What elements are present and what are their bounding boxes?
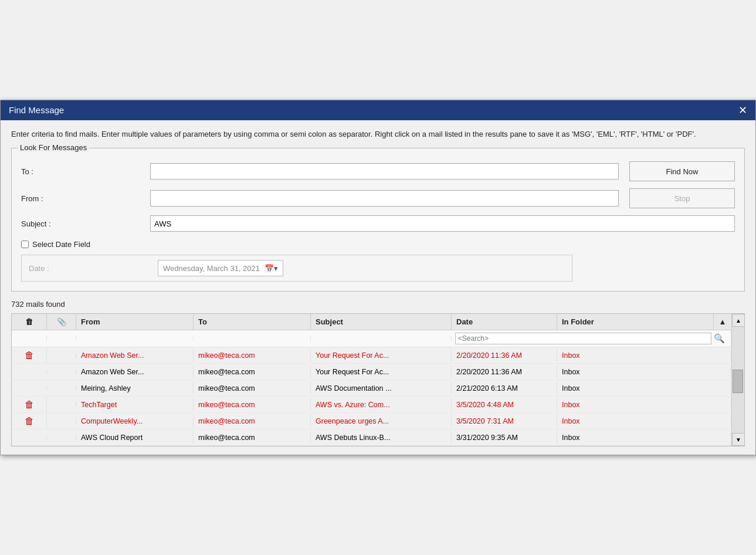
row-delete-4[interactable]: 🗑 xyxy=(12,414,47,429)
from-input[interactable] xyxy=(150,190,619,207)
date-checkbox[interactable] xyxy=(21,241,29,248)
row-date-0: 2/20/2020 11:36 AM xyxy=(452,349,557,362)
row-subject-5: AWS Debuts Linux-B... xyxy=(311,431,452,444)
row-infolder-5: Inbox xyxy=(557,431,731,444)
row-attach-3 xyxy=(47,402,76,407)
search-date-cell: 🔍 xyxy=(452,330,731,347)
row-infolder-2: Inbox xyxy=(557,382,731,395)
search-subject-cell xyxy=(311,336,452,341)
subject-label: Subject : xyxy=(21,219,150,228)
row-to-1: mikeo@teca.com xyxy=(194,366,311,378)
scroll-up-button[interactable]: ▲ xyxy=(732,314,745,327)
row-attach-2 xyxy=(47,386,76,391)
find-message-dialog: Find Message ✕ Enter criteria to find ma… xyxy=(0,100,756,456)
search-to-cell xyxy=(194,336,311,341)
row-to-4: mikeo@teca.com xyxy=(194,415,311,428)
row-delete-3[interactable]: 🗑 xyxy=(12,397,47,412)
row-from-2: Meiring, Ashley xyxy=(76,382,194,395)
col-attach-icon: 📎 xyxy=(47,314,76,330)
trash-icon[interactable]: 🗑 xyxy=(25,350,34,360)
row-date-1: 2/20/2020 11:36 AM xyxy=(452,366,557,378)
date-label: Date : xyxy=(29,264,158,273)
to-input[interactable] xyxy=(150,163,619,180)
row-delete-1 xyxy=(12,370,47,374)
date-row: Date : Wednesday, March 31, 2021 📅▾ xyxy=(21,255,572,282)
row-subject-1: Your Request For Ac... xyxy=(311,366,452,378)
row-date-5: 3/31/2020 9:35 AM xyxy=(452,431,557,444)
from-label: From : xyxy=(21,194,150,203)
table-row[interactable]: Meiring, Ashley mikeo@teca.com AWS Docum… xyxy=(12,380,731,397)
search-attach-cell xyxy=(47,336,76,341)
row-subject-2: AWS Documentation ... xyxy=(311,382,452,395)
table-row[interactable]: 🗑 ComputerWeekly... mikeo@teca.com Green… xyxy=(12,413,731,429)
search-icon-button[interactable]: 🔍 xyxy=(711,333,727,344)
row-infolder-1: Inbox xyxy=(557,366,731,378)
results-table: 🗑 📎 From To Subject Date In Folder ▲ xyxy=(11,313,745,446)
col-subject-header[interactable]: Subject xyxy=(311,314,452,330)
description-text: Enter criteria to find mails. Enter mult… xyxy=(11,128,745,140)
col-infolder-header[interactable]: In Folder xyxy=(557,314,714,330)
row-infolder-0: Inbox xyxy=(557,349,731,362)
row-delete-0[interactable]: 🗑 xyxy=(12,348,47,363)
title-bar: Find Message ✕ xyxy=(1,100,755,120)
row-to-2: mikeo@teca.com xyxy=(194,382,311,395)
stop-button[interactable]: Stop xyxy=(629,188,735,208)
search-delete-cell xyxy=(12,336,47,341)
scroll-thumb[interactable] xyxy=(733,370,743,393)
action-buttons: Find Now xyxy=(629,161,735,181)
date-picker-button[interactable]: 📅▾ xyxy=(262,263,280,274)
row-to-5: mikeo@teca.com xyxy=(194,431,311,444)
row-from-3: TechTarget xyxy=(76,398,194,411)
search-from-cell xyxy=(76,336,194,341)
find-now-button[interactable]: Find Now xyxy=(629,161,735,181)
row-attach-5 xyxy=(47,435,76,440)
date-checkbox-label: Select Date Field xyxy=(32,240,90,249)
row-to-0: mikeo@teca.com xyxy=(194,349,311,362)
table-row[interactable]: 🗑 Amazon Web Ser... mikeo@teca.com Your … xyxy=(12,347,731,364)
trash-icon[interactable]: 🗑 xyxy=(25,400,34,410)
attach-column-icon: 📎 xyxy=(57,317,66,326)
col-from-header[interactable]: From xyxy=(76,314,194,330)
row-to-3: mikeo@teca.com xyxy=(194,398,311,411)
from-row: From : Stop xyxy=(21,188,735,208)
col-date-header[interactable]: Date xyxy=(452,314,557,330)
to-label: To : xyxy=(21,167,150,176)
row-delete-5 xyxy=(12,435,47,440)
stop-button-col: Stop xyxy=(629,188,735,208)
to-row: To : Find Now xyxy=(21,161,735,181)
row-delete-2 xyxy=(12,386,47,391)
search-row: 🔍 xyxy=(12,330,731,347)
row-date-4: 3/5/2020 7:31 AM xyxy=(452,415,557,428)
row-from-4: ComputerWeekly... xyxy=(76,415,194,428)
scrollbar[interactable]: ▲ ▼ xyxy=(731,314,744,446)
dialog-title: Find Message xyxy=(9,105,64,115)
row-infolder-3: Inbox xyxy=(557,398,731,411)
row-subject-0: Your Request For Ac... xyxy=(311,349,452,362)
row-infolder-4: Inbox xyxy=(557,415,731,428)
table-main: 🗑 📎 From To Subject Date In Folder ▲ xyxy=(12,314,731,446)
table-row[interactable]: 🗑 TechTarget mikeo@teca.com AWS vs. Azur… xyxy=(12,397,731,413)
scroll-down-button[interactable]: ▼ xyxy=(732,433,745,446)
date-value: Wednesday, March 31, 2021 xyxy=(161,264,262,273)
table-row[interactable]: AWS Cloud Report mikeo@teca.com AWS Debu… xyxy=(12,429,731,446)
row-date-2: 2/21/2020 6:13 AM xyxy=(452,382,557,395)
trash-icon[interactable]: 🗑 xyxy=(25,416,34,426)
row-from-0: Amazon Web Ser... xyxy=(76,349,194,362)
row-attach-4 xyxy=(47,419,76,424)
row-from-1: Amazon Web Ser... xyxy=(76,366,194,378)
table-row[interactable]: Amazon Web Ser... mikeo@teca.com Your Re… xyxy=(12,364,731,380)
close-button[interactable]: ✕ xyxy=(738,105,747,116)
row-attach-0 xyxy=(47,353,76,358)
col-to-header[interactable]: To xyxy=(194,314,311,330)
results-count: 732 mails found xyxy=(11,300,745,309)
col-sort[interactable]: ▲ xyxy=(714,314,731,330)
table-body: 🗑 Amazon Web Ser... mikeo@teca.com Your … xyxy=(12,347,731,446)
date-field[interactable]: Wednesday, March 31, 2021 📅▾ xyxy=(158,260,283,276)
scroll-track[interactable] xyxy=(732,327,744,433)
row-attach-1 xyxy=(47,370,76,374)
delete-column-icon: 🗑 xyxy=(25,317,33,326)
subject-input[interactable] xyxy=(150,215,735,232)
date-search-input[interactable] xyxy=(455,333,711,344)
row-subject-4: Greenpeace urges A... xyxy=(311,415,452,428)
group-box-label: Look For Messages xyxy=(18,143,89,152)
